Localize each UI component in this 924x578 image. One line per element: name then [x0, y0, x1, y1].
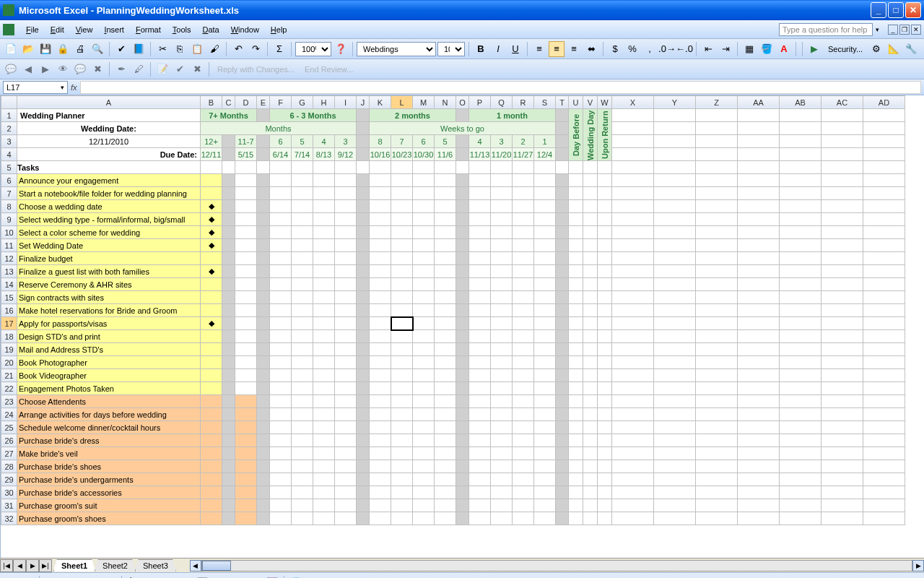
- cell[interactable]: [456, 421, 469, 434]
- cell[interactable]: [491, 200, 513, 213]
- cell[interactable]: [696, 395, 738, 408]
- cell[interactable]: [612, 109, 654, 122]
- cell[interactable]: [357, 239, 370, 252]
- cell[interactable]: [235, 252, 257, 265]
- column-header-X[interactable]: X: [612, 96, 654, 109]
- cell[interactable]: [370, 317, 391, 330]
- cell[interactable]: [313, 265, 335, 278]
- cell[interactable]: [370, 434, 391, 447]
- cell[interactable]: [469, 226, 491, 239]
- cell[interactable]: [391, 304, 413, 317]
- cell[interactable]: [612, 148, 654, 161]
- cell[interactable]: [491, 161, 513, 174]
- cell[interactable]: [654, 213, 696, 226]
- cell[interactable]: [456, 291, 469, 304]
- cell[interactable]: [738, 330, 780, 343]
- cell[interactable]: [534, 356, 556, 369]
- cell[interactable]: [235, 343, 257, 356]
- cell[interactable]: [456, 499, 469, 512]
- cell[interactable]: [456, 278, 469, 291]
- cell[interactable]: [696, 447, 738, 460]
- cell[interactable]: 1: [534, 135, 556, 148]
- cell[interactable]: [821, 447, 863, 460]
- cell[interactable]: [357, 291, 370, 304]
- cell[interactable]: [583, 291, 598, 304]
- research-icon[interactable]: 📘: [131, 41, 147, 57]
- row-header-7[interactable]: 7: [1, 187, 17, 200]
- cell[interactable]: [863, 135, 905, 148]
- cell[interactable]: [222, 486, 235, 499]
- cell[interactable]: [201, 304, 222, 317]
- cell[interactable]: [201, 252, 222, 265]
- cell[interactable]: [456, 460, 469, 473]
- cell[interactable]: [456, 252, 469, 265]
- row-header-8[interactable]: 8: [1, 200, 17, 213]
- cell[interactable]: [292, 421, 313, 434]
- cell[interactable]: [780, 395, 821, 408]
- cell[interactable]: [738, 239, 780, 252]
- cell[interactable]: [696, 174, 738, 187]
- cell[interactable]: [222, 213, 235, 226]
- cell[interactable]: [612, 447, 654, 460]
- cell[interactable]: [435, 343, 456, 356]
- cell[interactable]: [391, 486, 413, 499]
- cell[interactable]: [513, 161, 534, 174]
- cell[interactable]: [391, 226, 413, 239]
- cell[interactable]: [335, 434, 357, 447]
- cell[interactable]: [583, 369, 598, 382]
- cell[interactable]: [357, 174, 370, 187]
- cell[interactable]: [598, 187, 612, 200]
- column-header-Y[interactable]: Y: [654, 96, 696, 109]
- cell[interactable]: [534, 265, 556, 278]
- cell[interactable]: [257, 174, 270, 187]
- row-header-23[interactable]: 23: [1, 395, 17, 408]
- picture-icon[interactable]: 🌄: [264, 575, 280, 579]
- cell[interactable]: [556, 226, 569, 239]
- cell[interactable]: [413, 473, 435, 486]
- cell[interactable]: [235, 304, 257, 317]
- cell[interactable]: [222, 421, 235, 434]
- cell[interactable]: [513, 434, 534, 447]
- cell[interactable]: [257, 408, 270, 421]
- cell[interactable]: [413, 356, 435, 369]
- cell[interactable]: [313, 330, 335, 343]
- cell[interactable]: [583, 512, 598, 525]
- cell[interactable]: [201, 330, 222, 343]
- cell[interactable]: [270, 486, 292, 499]
- cell[interactable]: [738, 382, 780, 395]
- cell[interactable]: [583, 447, 598, 460]
- cell[interactable]: [821, 382, 863, 395]
- cell[interactable]: [235, 499, 257, 512]
- column-header-Z[interactable]: Z: [696, 96, 738, 109]
- cell[interactable]: [469, 200, 491, 213]
- cell[interactable]: [335, 343, 357, 356]
- cell[interactable]: [222, 304, 235, 317]
- cell[interactable]: [313, 460, 335, 473]
- arrow-icon[interactable]: ↘: [143, 575, 159, 579]
- cell[interactable]: [391, 369, 413, 382]
- cell[interactable]: [391, 161, 413, 174]
- align-center-icon[interactable]: ≡: [549, 41, 565, 57]
- cell[interactable]: [235, 434, 257, 447]
- cell[interactable]: [491, 382, 513, 395]
- cell[interactable]: [821, 395, 863, 408]
- cell[interactable]: [612, 486, 654, 499]
- cell[interactable]: [370, 447, 391, 460]
- comma-icon[interactable]: ,: [642, 41, 658, 57]
- cell[interactable]: [391, 252, 413, 265]
- cell[interactable]: [435, 200, 456, 213]
- fx-icon[interactable]: fx: [71, 83, 77, 92]
- cell[interactable]: [313, 226, 335, 239]
- cell[interactable]: [469, 408, 491, 421]
- cell[interactable]: [357, 252, 370, 265]
- cell[interactable]: [435, 382, 456, 395]
- cell[interactable]: [863, 200, 905, 213]
- column-header-K[interactable]: K: [370, 96, 391, 109]
- cell[interactable]: Purchase bride's shoes: [17, 460, 201, 473]
- cell[interactable]: [612, 512, 654, 525]
- cell[interactable]: [456, 226, 469, 239]
- cell[interactable]: [738, 473, 780, 486]
- cell[interactable]: [391, 343, 413, 356]
- cell[interactable]: [357, 213, 370, 226]
- cell[interactable]: [738, 421, 780, 434]
